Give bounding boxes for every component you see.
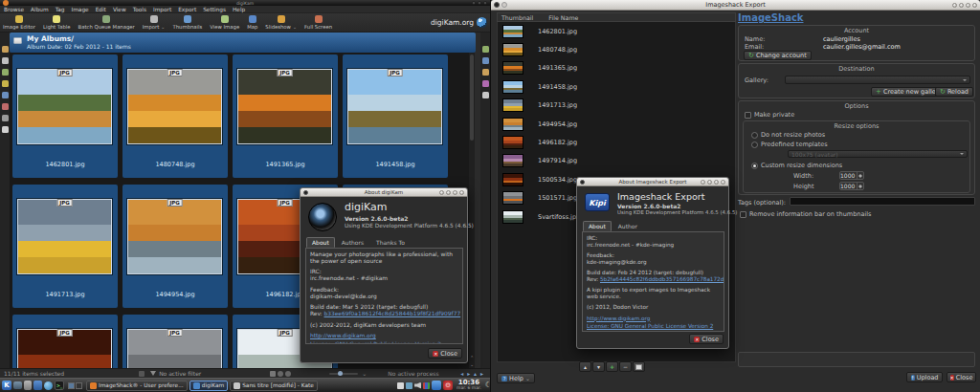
menu-item[interactable]: View: [113, 7, 126, 12]
custom-resize-row[interactable]: Custom resize dimensions: [751, 162, 842, 169]
menu-item[interactable]: Tools: [133, 7, 146, 12]
custom-resize-radio[interactable]: [751, 163, 758, 169]
menu-item[interactable]: Settings: [203, 7, 226, 12]
dialog-tab[interactable]: About: [583, 221, 612, 231]
file-list-row[interactable]: 1491458.jpg: [498, 77, 735, 96]
column-filename[interactable]: File Name: [548, 14, 578, 21]
sidebar-tab-icon[interactable]: [482, 46, 489, 53]
dolphin-icon[interactable]: [33, 381, 42, 390]
zoom-in-icon[interactable]: [285, 371, 291, 377]
dialog-close-button[interactable]: ✕ Close: [428, 348, 462, 359]
desktop-pager[interactable]: [68, 382, 82, 389]
no-resize-row[interactable]: Do not resize photos: [751, 131, 825, 139]
pager-desktop-2[interactable]: [76, 382, 82, 389]
file-manager-icon[interactable]: [24, 381, 32, 390]
revision-link[interactable]: b33ee69f0a18612f4c8d25844b19f8f21df909f7…: [323, 311, 460, 316]
nav-arrows-icon[interactable]: ◂ ▸ ▴ ▸: [460, 370, 484, 377]
sidebar-tab-icon[interactable]: [2, 103, 9, 110]
make-private-checkbox[interactable]: [745, 112, 751, 119]
homepage-link[interactable]: http://www.digikam.org: [310, 333, 376, 338]
scroll-up-icon[interactable]: ⌃: [469, 355, 475, 360]
homepage-link[interactable]: http://www.digikam.org: [587, 316, 650, 321]
toolbar-button[interactable]: Image Editor: [3, 15, 35, 30]
file-list-row[interactable]: 1491713.jpg: [498, 97, 735, 115]
sidebar-tab-icon[interactable]: [2, 46, 9, 53]
network-icon[interactable]: [406, 382, 412, 389]
sidebar-tab-icon[interactable]: [2, 69, 9, 76]
close-button[interactable]: ✕ Close: [947, 372, 976, 382]
menu-item[interactable]: Export: [178, 7, 196, 12]
task-button[interactable]: digiKam: [189, 381, 228, 391]
fit-window-icon[interactable]: [270, 371, 276, 377]
help-button[interactable]: ? Help ⌄: [497, 373, 535, 383]
file-list-row[interactable]: 1494954.jpg: [498, 115, 735, 133]
predefined-row[interactable]: Predefined templates: [751, 141, 828, 148]
task-button[interactable]: Sans titre [modifié] - Kate: [230, 381, 318, 391]
sidebar-tab-icon[interactable]: [2, 57, 9, 64]
sidebar-tab-icon[interactable]: [482, 69, 489, 76]
reload-button[interactable]: ↻ Reload: [935, 87, 973, 97]
clipboard-icon[interactable]: [397, 382, 404, 389]
gallery-select[interactable]: [785, 76, 970, 84]
thumbnail-size-icon[interactable]: [139, 371, 145, 377]
revision-link[interactable]: 5b2fa64445c82f6ddbdb357166987c78a172da8: [600, 276, 724, 282]
menu-item[interactable]: Album: [31, 7, 49, 12]
template-select[interactable]: 100x75 (avatar): [788, 150, 968, 158]
license-link[interactable]: License: GNU General Public License Vers…: [310, 341, 441, 344]
sidebar-tab-icon[interactable]: [2, 92, 9, 98]
spinner-arrows-icon[interactable]: [857, 183, 863, 189]
imageshack-header[interactable]: ImageShack: [738, 12, 803, 23]
color-manager-icon[interactable]: [423, 382, 430, 389]
remove-info-row[interactable]: Remove information bar on thumbnails: [740, 210, 871, 218]
clock-widget[interactable]: 10:36 mar. 6 mar.: [457, 380, 481, 391]
task-button[interactable]: ImageShack® - User prefere...: [86, 381, 188, 391]
make-private-row[interactable]: Make private: [745, 111, 794, 119]
scrollbar-thumb[interactable]: [470, 54, 474, 141]
move-up-button[interactable]: ▴: [579, 361, 591, 372]
dialog-tab[interactable]: About: [306, 237, 335, 248]
license-link[interactable]: License: GNU General Public License Vers…: [587, 323, 713, 329]
sidebar-tab-icon[interactable]: [482, 92, 489, 98]
toolbar-button[interactable]: Batch Queue Manager: [78, 15, 135, 30]
spinner-arrows-icon[interactable]: [857, 172, 863, 179]
sidebar-tab-icon[interactable]: [2, 115, 9, 121]
web-browser-icon[interactable]: [44, 381, 53, 390]
zoom-combo-caret[interactable]: ⌄: [362, 370, 367, 377]
export-titlebar[interactable]: Imageshack Export: [491, 0, 980, 11]
dialog-tab[interactable]: Authors: [336, 237, 369, 248]
toolbar-button[interactable]: Full Screen: [304, 15, 332, 30]
width-spinner[interactable]: 1000: [839, 171, 864, 180]
sidebar-tab-icon[interactable]: [482, 80, 489, 87]
dialog-titlebar[interactable]: About digiKam: [301, 188, 467, 197]
predefined-radio[interactable]: [751, 142, 758, 148]
toolbar-button[interactable]: Light Table: [43, 15, 71, 30]
digikam-titlebar[interactable]: digiKam: [0, 0, 490, 6]
add-images-button[interactable]: +: [606, 361, 618, 372]
file-list-row[interactable]: 1496182.jpg: [498, 133, 735, 151]
toolbar-button[interactable]: Thumbnails: [173, 15, 203, 30]
remove-info-checkbox[interactable]: [740, 211, 746, 218]
filter-icon[interactable]: [150, 371, 156, 376]
photo-thumbnail[interactable]: JPG 1480748.jpg: [122, 54, 228, 178]
scroll-down-icon[interactable]: ⌄: [469, 361, 475, 367]
height-spinner[interactable]: 1000: [839, 182, 864, 190]
toolbar-button[interactable]: View Image: [210, 15, 239, 30]
menu-item[interactable]: Help: [233, 7, 245, 12]
menu-item[interactable]: Browse: [4, 7, 24, 12]
volume-icon[interactable]: [414, 382, 421, 389]
toolbar-button[interactable]: Import ⌄: [143, 15, 166, 30]
tags-input[interactable]: [790, 197, 975, 206]
photo-thumbnail[interactable]: JPG 1500534.jpg: [12, 315, 118, 368]
upload-button[interactable]: ↑ Upload: [906, 372, 943, 382]
file-list-row[interactable]: 1480748.jpg: [498, 40, 735, 58]
pager-desktop-1[interactable]: [68, 382, 75, 389]
grid-scrollbar[interactable]: ⌃ ⌄: [469, 53, 475, 368]
toolbar-button[interactable]: Map: [247, 15, 257, 30]
move-down-button[interactable]: ▾: [592, 361, 605, 372]
no-resize-radio[interactable]: [751, 132, 758, 139]
column-thumbnail[interactable]: Thumbnail: [501, 14, 533, 21]
photo-thumbnail[interactable]: JPG 1491713.jpg: [12, 185, 118, 308]
dialog-tab[interactable]: Author: [612, 221, 643, 231]
file-list-row[interactable]: 1491365.jpg: [498, 59, 735, 77]
dialog-close-button[interactable]: ✕ Close: [689, 334, 724, 344]
